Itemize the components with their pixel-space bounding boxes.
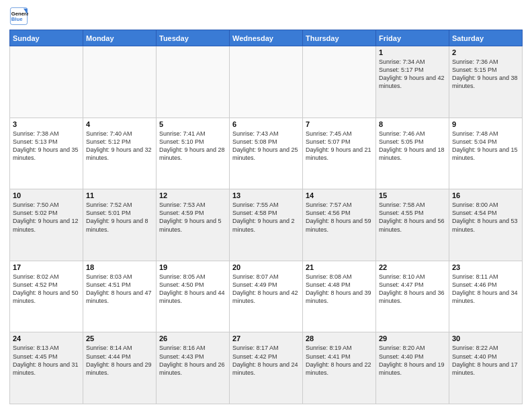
calendar-cell: 25Sunrise: 8:14 AM Sunset: 4:44 PM Dayli… — [83, 332, 157, 404]
day-number: 30 — [452, 334, 519, 342]
cell-text: Sunrise: 7:55 AM Sunset: 4:58 PM Dayligh… — [232, 201, 300, 234]
day-number: 29 — [379, 334, 446, 342]
cell-text: Sunrise: 7:46 AM Sunset: 5:05 PM Dayligh… — [379, 130, 446, 163]
calendar-cell: 1Sunrise: 7:34 AM Sunset: 5:17 PM Daylig… — [376, 46, 449, 118]
cell-text: Sunrise: 8:16 AM Sunset: 4:43 PM Dayligh… — [159, 344, 226, 377]
week-row-3: 17Sunrise: 8:02 AM Sunset: 4:52 PM Dayli… — [10, 261, 523, 332]
calendar-cell: 18Sunrise: 8:03 AM Sunset: 4:51 PM Dayli… — [83, 261, 157, 332]
week-row-2: 10Sunrise: 7:50 AM Sunset: 5:02 PM Dayli… — [10, 189, 523, 261]
cell-text: Sunrise: 8:20 AM Sunset: 4:40 PM Dayligh… — [379, 344, 446, 377]
calendar-cell: 6Sunrise: 7:43 AM Sunset: 5:08 PM Daylig… — [230, 118, 303, 189]
cell-text: Sunrise: 7:52 AM Sunset: 5:01 PM Dayligh… — [86, 201, 153, 234]
day-number: 2 — [452, 48, 519, 56]
cell-text: Sunrise: 7:41 AM Sunset: 5:10 PM Dayligh… — [159, 130, 226, 163]
header: General Blue — [9, 7, 523, 26]
calendar-cell: 28Sunrise: 8:19 AM Sunset: 4:41 PM Dayli… — [303, 332, 376, 404]
calendar-cell: 19Sunrise: 8:05 AM Sunset: 4:50 PM Dayli… — [157, 261, 230, 332]
day-number: 24 — [13, 334, 80, 342]
day-number: 12 — [159, 191, 226, 199]
cell-text: Sunrise: 7:48 AM Sunset: 5:04 PM Dayligh… — [452, 130, 519, 163]
calendar-cell — [230, 46, 303, 118]
cell-text: Sunrise: 8:17 AM Sunset: 4:42 PM Dayligh… — [232, 344, 300, 377]
col-header-wednesday: Wednesday — [230, 30, 303, 46]
day-number: 9 — [452, 120, 519, 128]
cell-text: Sunrise: 8:03 AM Sunset: 4:51 PM Dayligh… — [86, 273, 153, 306]
cell-text: Sunrise: 8:10 AM Sunset: 4:47 PM Dayligh… — [379, 273, 446, 306]
calendar-cell: 24Sunrise: 8:13 AM Sunset: 4:45 PM Dayli… — [10, 332, 83, 404]
cell-text: Sunrise: 8:14 AM Sunset: 4:44 PM Dayligh… — [86, 344, 153, 377]
logo: General Blue — [9, 7, 28, 26]
calendar-cell — [303, 46, 376, 118]
cell-text: Sunrise: 8:00 AM Sunset: 4:54 PM Dayligh… — [452, 201, 519, 234]
day-number: 3 — [13, 120, 80, 128]
day-number: 13 — [232, 191, 300, 199]
calendar-cell — [10, 46, 83, 118]
calendar-cell: 22Sunrise: 8:10 AM Sunset: 4:47 PM Dayli… — [376, 261, 449, 332]
page: General Blue SundayMondayTuesdayWednesda… — [0, 0, 532, 411]
day-number: 4 — [86, 120, 153, 128]
calendar-cell: 2Sunrise: 7:36 AM Sunset: 5:15 PM Daylig… — [449, 46, 523, 118]
calendar-cell: 15Sunrise: 7:58 AM Sunset: 4:55 PM Dayli… — [376, 189, 449, 261]
calendar-cell: 20Sunrise: 8:07 AM Sunset: 4:49 PM Dayli… — [230, 261, 303, 332]
day-number: 14 — [306, 191, 373, 199]
svg-text:Blue: Blue — [11, 16, 23, 22]
cell-text: Sunrise: 7:57 AM Sunset: 4:56 PM Dayligh… — [306, 201, 373, 234]
calendar-cell: 23Sunrise: 8:11 AM Sunset: 4:46 PM Dayli… — [449, 261, 523, 332]
day-number: 25 — [86, 334, 153, 342]
day-number: 17 — [13, 263, 80, 271]
day-number: 11 — [86, 191, 153, 199]
day-number: 28 — [306, 334, 373, 342]
day-number: 20 — [232, 263, 300, 271]
calendar-cell — [157, 46, 230, 118]
calendar-cell: 16Sunrise: 8:00 AM Sunset: 4:54 PM Dayli… — [449, 189, 523, 261]
calendar-cell: 7Sunrise: 7:45 AM Sunset: 5:07 PM Daylig… — [303, 118, 376, 189]
cell-text: Sunrise: 7:34 AM Sunset: 5:17 PM Dayligh… — [379, 58, 446, 91]
calendar-cell: 14Sunrise: 7:57 AM Sunset: 4:56 PM Dayli… — [303, 189, 376, 261]
calendar-cell: 12Sunrise: 7:53 AM Sunset: 4:59 PM Dayli… — [157, 189, 230, 261]
col-header-saturday: Saturday — [449, 30, 523, 46]
calendar-cell: 13Sunrise: 7:55 AM Sunset: 4:58 PM Dayli… — [230, 189, 303, 261]
day-number: 23 — [452, 263, 519, 271]
cell-text: Sunrise: 8:19 AM Sunset: 4:41 PM Dayligh… — [306, 344, 373, 377]
cell-text: Sunrise: 7:45 AM Sunset: 5:07 PM Dayligh… — [306, 130, 373, 163]
week-row-0: 1Sunrise: 7:34 AM Sunset: 5:17 PM Daylig… — [10, 46, 523, 118]
cell-text: Sunrise: 7:58 AM Sunset: 4:55 PM Dayligh… — [379, 201, 446, 234]
day-number: 19 — [159, 263, 226, 271]
cell-text: Sunrise: 8:05 AM Sunset: 4:50 PM Dayligh… — [159, 273, 226, 306]
cell-text: Sunrise: 7:53 AM Sunset: 4:59 PM Dayligh… — [159, 201, 226, 234]
cell-text: Sunrise: 7:38 AM Sunset: 5:13 PM Dayligh… — [13, 130, 80, 163]
calendar-cell: 29Sunrise: 8:20 AM Sunset: 4:40 PM Dayli… — [376, 332, 449, 404]
calendar-cell — [83, 46, 157, 118]
calendar-cell: 11Sunrise: 7:52 AM Sunset: 5:01 PM Dayli… — [83, 189, 157, 261]
calendar-cell: 5Sunrise: 7:41 AM Sunset: 5:10 PM Daylig… — [157, 118, 230, 189]
cell-text: Sunrise: 7:36 AM Sunset: 5:15 PM Dayligh… — [452, 58, 519, 91]
cell-text: Sunrise: 8:22 AM Sunset: 4:40 PM Dayligh… — [452, 344, 519, 377]
week-row-4: 24Sunrise: 8:13 AM Sunset: 4:45 PM Dayli… — [10, 332, 523, 404]
calendar-cell: 10Sunrise: 7:50 AM Sunset: 5:02 PM Dayli… — [10, 189, 83, 261]
day-number: 10 — [13, 191, 80, 199]
col-header-thursday: Thursday — [303, 30, 376, 46]
calendar-cell: 27Sunrise: 8:17 AM Sunset: 4:42 PM Dayli… — [230, 332, 303, 404]
day-number: 16 — [452, 191, 519, 199]
cell-text: Sunrise: 7:40 AM Sunset: 5:12 PM Dayligh… — [86, 130, 153, 163]
day-number: 5 — [159, 120, 226, 128]
calendar-cell: 26Sunrise: 8:16 AM Sunset: 4:43 PM Dayli… — [157, 332, 230, 404]
day-number: 1 — [379, 48, 446, 56]
logo-icon: General Blue — [9, 7, 28, 26]
calendar-cell: 21Sunrise: 8:08 AM Sunset: 4:48 PM Dayli… — [303, 261, 376, 332]
cell-text: Sunrise: 8:08 AM Sunset: 4:48 PM Dayligh… — [306, 273, 373, 306]
calendar-cell: 9Sunrise: 7:48 AM Sunset: 5:04 PM Daylig… — [449, 118, 523, 189]
calendar-cell: 3Sunrise: 7:38 AM Sunset: 5:13 PM Daylig… — [10, 118, 83, 189]
calendar-cell: 4Sunrise: 7:40 AM Sunset: 5:12 PM Daylig… — [83, 118, 157, 189]
cell-text: Sunrise: 8:11 AM Sunset: 4:46 PM Dayligh… — [452, 273, 519, 306]
day-number: 22 — [379, 263, 446, 271]
cell-text: Sunrise: 7:50 AM Sunset: 5:02 PM Dayligh… — [13, 201, 80, 234]
calendar-cell: 8Sunrise: 7:46 AM Sunset: 5:05 PM Daylig… — [376, 118, 449, 189]
day-number: 7 — [306, 120, 373, 128]
col-header-tuesday: Tuesday — [157, 30, 230, 46]
cell-text: Sunrise: 8:02 AM Sunset: 4:52 PM Dayligh… — [13, 273, 80, 306]
calendar-table: SundayMondayTuesdayWednesdayThursdayFrid… — [9, 30, 523, 404]
col-header-monday: Monday — [83, 30, 157, 46]
day-number: 8 — [379, 120, 446, 128]
col-header-friday: Friday — [376, 30, 449, 46]
